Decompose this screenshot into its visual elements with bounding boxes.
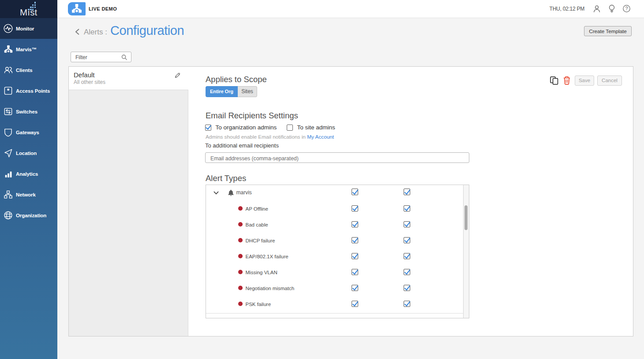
svg-text:?: ? — [625, 6, 628, 11]
